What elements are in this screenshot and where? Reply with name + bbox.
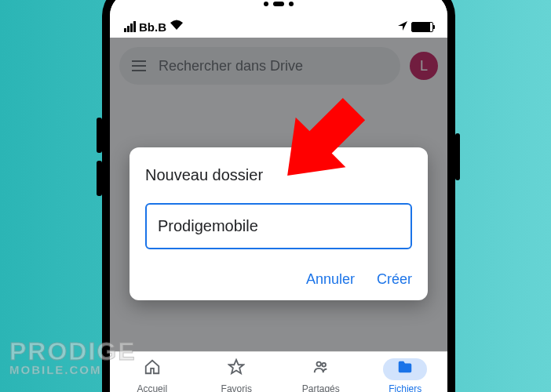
signal-icon	[124, 21, 136, 32]
new-folder-dialog: Nouveau dossier Annuler Créer	[130, 147, 428, 300]
svg-point-0	[316, 362, 321, 367]
folder-name-input[interactable]	[145, 203, 412, 249]
app-content: Rechercher dans Drive L Nouveau dossier …	[110, 38, 447, 392]
dialog-title: Nouveau dossier	[145, 166, 412, 184]
star-icon	[228, 358, 245, 379]
wifi-icon	[170, 20, 184, 34]
bottom-nav: Accueil Favoris Partagés	[110, 351, 447, 392]
phone-frame: Bb.B Rechercher dans Drive L	[102, 0, 455, 392]
screen: Bb.B Rechercher dans Drive L	[110, 0, 447, 392]
power-button	[455, 133, 460, 180]
notch	[110, 0, 447, 16]
nav-shared-label: Partagés	[302, 383, 340, 393]
carrier-label: Bb.B	[139, 20, 166, 34]
home-icon	[144, 358, 161, 379]
cancel-button[interactable]: Annuler	[306, 271, 355, 288]
people-icon	[312, 358, 330, 379]
watermark: PRODIGE MOBILE.COM	[9, 340, 137, 376]
folder-icon	[396, 358, 414, 379]
volume-up-button	[97, 118, 102, 153]
nav-files-label: Fichiers	[389, 383, 421, 393]
nav-home-label: Accueil	[137, 383, 167, 393]
nav-starred[interactable]: Favoris	[195, 352, 279, 392]
nav-shared[interactable]: Partagés	[279, 352, 363, 392]
status-bar: Bb.B	[110, 16, 447, 38]
battery-icon	[411, 22, 433, 32]
watermark-main: PRODIGE	[9, 340, 137, 363]
nav-files[interactable]: Fichiers	[363, 352, 448, 392]
volume-down-button	[97, 161, 102, 196]
location-icon	[397, 20, 408, 34]
svg-point-1	[322, 363, 326, 367]
nav-starred-label: Favoris	[221, 383, 252, 393]
create-button[interactable]: Créer	[377, 271, 412, 288]
